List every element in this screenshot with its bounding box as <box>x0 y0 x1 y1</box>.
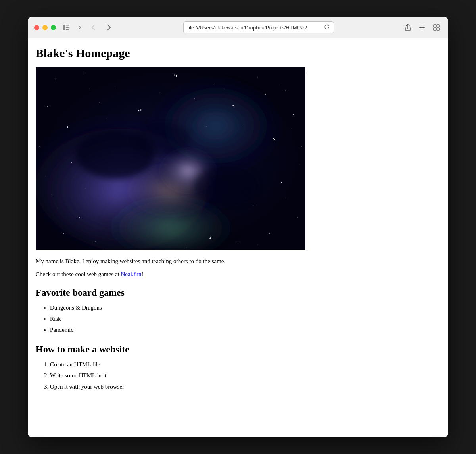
svg-point-63 <box>85 188 86 189</box>
website-heading: How to make a website <box>36 344 440 355</box>
cool-games-suffix: ! <box>142 271 144 277</box>
svg-point-62 <box>58 208 58 208</box>
page-title: Blake's Homepage <box>36 46 440 60</box>
svg-point-50 <box>232 105 234 106</box>
list-item: Open it with your web browser <box>50 382 440 391</box>
svg-point-17 <box>55 79 56 79</box>
list-item: Dungeons & Dragons <box>50 303 440 312</box>
svg-point-51 <box>274 139 275 140</box>
fullscreen-button[interactable] <box>51 25 56 30</box>
svg-point-21 <box>214 83 215 83</box>
svg-point-27 <box>99 102 99 103</box>
website-steps-list: Create an HTML file Write some HTML in i… <box>50 360 440 391</box>
reload-button[interactable] <box>324 24 330 31</box>
svg-point-38 <box>51 194 52 194</box>
address-bar-wrap: file:///Users/blakewatson/Dropbox/Projec… <box>119 21 397 33</box>
svg-rect-5 <box>437 25 439 27</box>
svg-point-35 <box>206 126 206 127</box>
svg-point-55 <box>106 119 107 119</box>
bio-text: My name is Blake. I enjoy making website… <box>36 257 440 266</box>
list-item: Create an HTML file <box>50 360 440 369</box>
share-button[interactable] <box>402 22 413 33</box>
svg-point-41 <box>281 182 282 183</box>
back-button[interactable] <box>88 22 99 33</box>
svg-point-64 <box>286 198 286 198</box>
sidebar-toggle-button[interactable] <box>61 23 72 31</box>
browser-actions <box>402 22 442 33</box>
svg-rect-2 <box>66 27 69 28</box>
svg-point-60 <box>292 129 292 129</box>
close-button[interactable] <box>34 25 39 30</box>
svg-point-58 <box>244 125 244 125</box>
svg-point-16 <box>135 123 190 154</box>
new-tab-button[interactable] <box>416 22 428 33</box>
svg-point-40 <box>253 206 254 206</box>
svg-point-19 <box>115 87 115 87</box>
minimize-button[interactable] <box>42 25 48 30</box>
svg-point-29 <box>194 98 195 99</box>
svg-point-53 <box>209 238 211 239</box>
address-text: file:///Users/blakewatson/Dropbox/Projec… <box>188 25 322 31</box>
svg-point-20 <box>174 75 175 76</box>
svg-point-15 <box>194 166 258 206</box>
traffic-lights <box>34 25 56 30</box>
svg-point-36 <box>273 138 274 139</box>
svg-point-54 <box>89 89 90 89</box>
svg-point-57 <box>224 89 225 89</box>
address-bar[interactable]: file:///Users/blakewatson/Dropbox/Projec… <box>183 21 334 33</box>
svg-rect-0 <box>63 25 65 30</box>
board-games-list: Dungeons & Dragons Risk Pandemic <box>50 303 440 335</box>
svg-point-61 <box>46 176 46 177</box>
svg-point-22 <box>257 77 258 77</box>
forward-button[interactable] <box>104 22 115 33</box>
list-item: Pandemic <box>50 325 440 335</box>
svg-point-28 <box>138 110 140 112</box>
svg-point-48 <box>176 75 177 77</box>
svg-point-47 <box>269 233 270 234</box>
svg-point-52 <box>67 127 68 128</box>
page-content: Blake's Homepage <box>28 38 448 437</box>
svg-point-42 <box>297 217 298 218</box>
browser-window: file:///Users/blakewatson/Dropbox/Projec… <box>28 17 448 437</box>
svg-rect-7 <box>437 28 439 30</box>
neal-fun-link[interactable]: Neal.fun <box>121 271 142 277</box>
svg-point-59 <box>280 85 280 85</box>
svg-rect-3 <box>66 29 69 30</box>
svg-point-37 <box>301 146 302 147</box>
svg-point-31 <box>265 94 266 95</box>
svg-point-68 <box>258 245 258 245</box>
svg-rect-1 <box>66 25 69 26</box>
svg-point-67 <box>186 248 187 248</box>
svg-rect-6 <box>434 28 436 30</box>
svg-point-32 <box>293 114 294 115</box>
svg-point-65 <box>299 164 300 165</box>
svg-point-56 <box>160 93 160 93</box>
browser-chrome: file:///Users/blakewatson/Dropbox/Projec… <box>28 17 448 38</box>
svg-point-33 <box>39 146 40 147</box>
svg-point-43 <box>63 233 64 234</box>
svg-point-30 <box>234 106 234 107</box>
svg-point-49 <box>140 109 142 111</box>
cool-games-text: Check out these cool web games at Neal.f… <box>36 270 440 279</box>
hero-image <box>36 67 305 250</box>
svg-point-39 <box>79 217 80 218</box>
board-games-heading: Favorite board games <box>36 287 440 298</box>
sidebar-chevron-icon[interactable] <box>77 23 83 31</box>
cool-games-prefix: Check out these cool web games at <box>36 271 121 277</box>
svg-point-46 <box>238 241 238 242</box>
svg-rect-4 <box>434 25 436 27</box>
list-item: Write some HTML in it <box>50 371 440 380</box>
svg-point-18 <box>83 73 84 73</box>
svg-point-25 <box>47 106 48 107</box>
svg-point-34 <box>71 162 72 163</box>
tabs-overview-button[interactable] <box>431 22 442 33</box>
list-item: Risk <box>50 314 440 323</box>
svg-point-23 <box>285 90 286 91</box>
svg-point-44 <box>95 241 96 242</box>
